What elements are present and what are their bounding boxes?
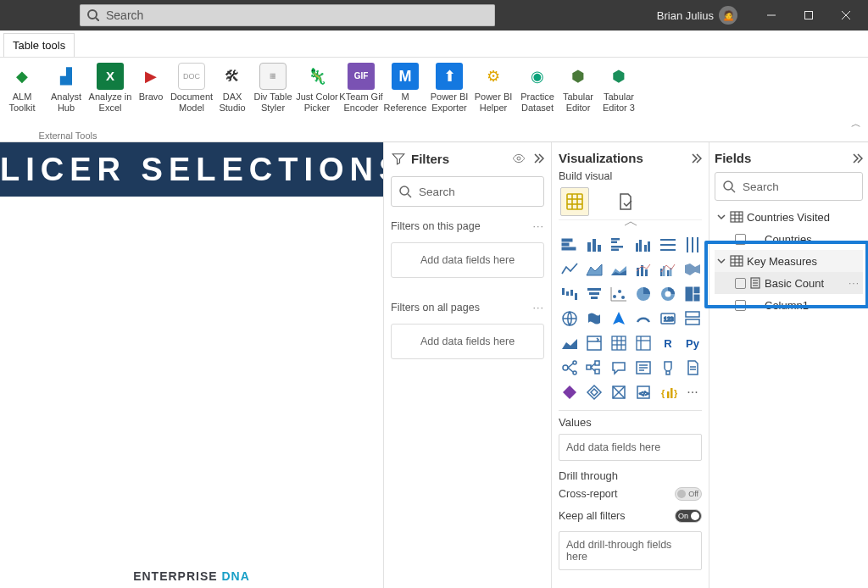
filters-on-all-drop[interactable]: Add data fields here — [391, 324, 544, 359]
svg-rect-87 — [595, 369, 599, 374]
ribbon-practice-dataset[interactable]: ◉Practice Dataset — [515, 58, 559, 141]
build-visual-button[interactable] — [560, 187, 589, 216]
format-visual-button[interactable] — [611, 187, 640, 216]
window-close[interactable] — [827, 0, 865, 31]
table-countries-visited[interactable]: Countries Visited — [715, 206, 863, 228]
viz-waterfall[interactable] — [559, 283, 581, 305]
ribbon-tabular-editor[interactable]: ⬢Tabular Editor — [559, 58, 597, 141]
viz-card[interactable]: 123 — [657, 308, 679, 330]
field-countries[interactable]: Countries — [715, 228, 863, 250]
table-key-measures[interactable]: Key Measures — [715, 250, 863, 272]
viz-power-automate[interactable] — [583, 381, 605, 403]
viz-clustered-bar[interactable] — [608, 234, 630, 256]
viz-scatter[interactable] — [608, 283, 630, 305]
viz-qa[interactable] — [608, 357, 630, 379]
visualization-picker: 123 R Py </> {} ··· — [559, 227, 702, 408]
viz-slicer[interactable] — [583, 332, 605, 354]
filters-on-page-drop[interactable]: Add data fields here — [391, 242, 544, 278]
viz-treemap[interactable] — [682, 283, 704, 305]
window-minimize[interactable] — [753, 0, 790, 31]
ribbon-document-model[interactable]: DOCDocument Model — [170, 58, 214, 141]
more-icon[interactable]: ··· — [533, 220, 544, 232]
viz-matrix[interactable] — [632, 332, 654, 354]
viz-stacked-column[interactable] — [583, 234, 605, 256]
tab-table-tools[interactable]: Table tools — [3, 33, 75, 57]
ribbon-bravo[interactable]: ▶Bravo — [132, 58, 170, 141]
field-basic-count[interactable]: Basic Count ··· — [715, 272, 863, 294]
viz-python-visual[interactable]: Py — [682, 332, 704, 354]
fields-search[interactable]: Search — [715, 172, 863, 201]
viz-decomposition-tree[interactable] — [583, 357, 605, 379]
viz-custom-1[interactable] — [608, 381, 630, 403]
viz-line-stacked-column[interactable] — [632, 258, 654, 280]
viz-r-visual[interactable]: R — [657, 332, 679, 354]
ribbon-alm-toolkit[interactable]: ◆ALM Toolkit — [0, 58, 44, 141]
svg-point-7 — [400, 186, 409, 195]
viz-smart-narrative[interactable] — [632, 357, 654, 379]
drill-through-drop[interactable]: Add drill-through fields here — [559, 531, 702, 570]
svg-rect-44 — [562, 288, 565, 295]
viz-key-influencers[interactable] — [559, 357, 581, 379]
viz-kpi[interactable] — [559, 332, 581, 354]
avatar[interactable]: 🙍 — [719, 6, 737, 25]
viz-donut[interactable] — [657, 283, 679, 305]
collapse-icon[interactable] — [849, 152, 863, 165]
viz-goals[interactable] — [657, 357, 679, 379]
checkbox[interactable] — [735, 300, 746, 311]
ribbon-kteam-gif-encoder[interactable]: GIFKTeam Gif Encoder — [339, 58, 383, 141]
viz-azure-map[interactable] — [608, 308, 630, 330]
ribbon-power-bi-exporter[interactable]: ⬆Power BI Exporter — [427, 58, 471, 141]
window-maximize[interactable] — [790, 0, 827, 31]
ribbon-tabular-editor-3[interactable]: ⬢Tabular Editor 3 — [597, 58, 641, 141]
filters-search[interactable]: Search — [391, 176, 544, 207]
svg-rect-14 — [562, 239, 572, 241]
ribbon-m-reference[interactable]: MM Reference — [383, 58, 427, 141]
viz-ribbon[interactable] — [682, 258, 704, 280]
viz-paginated-report[interactable] — [682, 357, 704, 379]
field-column1[interactable]: Column1 — [715, 294, 863, 316]
viz-table[interactable] — [608, 332, 630, 354]
values-drop[interactable]: Add data fields here — [559, 434, 702, 461]
collapse-icon[interactable] — [531, 152, 544, 165]
viz-stacked-bar[interactable] — [559, 234, 581, 256]
cross-report-toggle[interactable]: Off — [675, 487, 702, 501]
ribbon-just-color-picker[interactable]: 🦎Just Color Picker — [295, 58, 339, 141]
viz-filled-map[interactable] — [583, 308, 605, 330]
svg-rect-66 — [686, 319, 699, 325]
more-icon[interactable]: ··· — [533, 302, 544, 313]
viz-area[interactable] — [583, 258, 605, 280]
eye-icon[interactable] — [512, 152, 526, 165]
ribbon-analyst-hub[interactable]: ▟Analyst Hub — [44, 58, 88, 141]
ribbon-power-bi-helper[interactable]: ⚙Power BI Helper — [471, 58, 515, 141]
viz-gauge[interactable] — [632, 308, 654, 330]
viz-funnel[interactable] — [583, 283, 605, 305]
svg-line-80 — [568, 368, 573, 372]
viz-line[interactable] — [559, 258, 581, 280]
viz-clustered-column[interactable] — [632, 234, 654, 256]
viz-power-apps[interactable] — [559, 381, 581, 403]
viz-stacked-area[interactable] — [608, 258, 630, 280]
collapse-icon[interactable] — [688, 152, 702, 165]
svg-text:123: 123 — [664, 316, 674, 322]
checkbox[interactable] — [735, 278, 746, 289]
svg-rect-108 — [731, 212, 743, 222]
viz-line-clustered-column[interactable] — [657, 258, 679, 280]
ribbon-analyze-in-excel[interactable]: XAnalyze in Excel — [88, 58, 132, 141]
global-search[interactable]: Search — [80, 4, 495, 26]
checkbox[interactable] — [735, 234, 746, 245]
more-icon[interactable]: ··· — [849, 277, 860, 289]
ribbon-dax-studio[interactable]: 🛠DAX Studio — [214, 58, 251, 141]
keep-all-filters-toggle[interactable]: On — [675, 509, 702, 523]
viz-100-stacked-column[interactable] — [682, 234, 704, 256]
expand-handle-icon[interactable] — [559, 220, 703, 227]
ribbon-collapse[interactable]: ︿ — [851, 117, 861, 131]
viz-custom-2[interactable]: </> — [632, 381, 654, 403]
viz-multi-row-card[interactable] — [682, 308, 704, 330]
report-canvas[interactable]: LICER SELECTIONS ENTERPRISE DNA — [0, 142, 383, 588]
viz-100-stacked-bar[interactable] — [657, 234, 679, 256]
viz-get-more[interactable]: {} — [657, 381, 679, 403]
viz-pie[interactable] — [632, 283, 654, 305]
viz-map[interactable] — [559, 308, 581, 330]
viz-more-options[interactable]: ··· — [682, 381, 704, 403]
ribbon-div-table-styler[interactable]: ▦Div Table Styler — [251, 58, 295, 141]
